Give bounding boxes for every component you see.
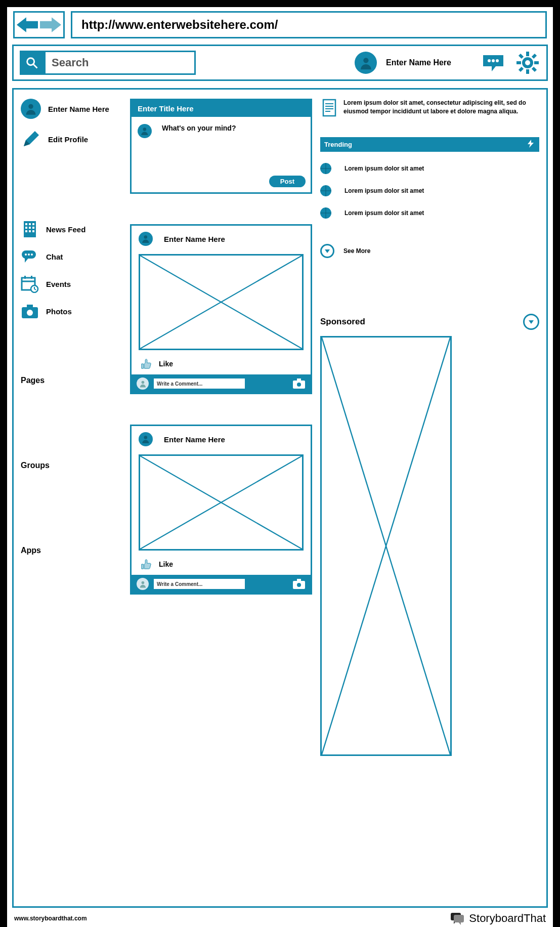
svg-point-5 — [488, 59, 491, 62]
header-user-name: Enter Name Here — [386, 58, 451, 67]
avatar-icon — [137, 377, 149, 390]
sidebar-item-photos[interactable]: Photos — [21, 302, 122, 320]
footer-brand-1: Storyboard — [469, 912, 524, 924]
edit-profile-link[interactable]: Edit Profile — [21, 129, 122, 149]
sidebar-item-label: Events — [46, 280, 71, 288]
footer-url: www.storyboardthat.com — [14, 915, 87, 922]
sidebar-item-label: Chat — [46, 252, 63, 261]
header-bar: Search Enter Name Here — [12, 45, 548, 81]
sidebar-item-newsfeed[interactable]: News Feed — [21, 220, 122, 238]
trending-text: Lorem ipsum dolor sit amet — [344, 165, 424, 172]
svg-point-42 — [27, 310, 33, 316]
svg-rect-19 — [25, 223, 27, 225]
svg-marker-1 — [40, 17, 61, 32]
footer-logo: StoryboardThat — [450, 911, 546, 926]
svg-rect-70 — [454, 915, 464, 922]
avatar-icon — [139, 232, 153, 246]
avatar-icon[interactable] — [355, 52, 377, 74]
svg-marker-29 — [25, 258, 29, 263]
notice-text: Lorem ipsum dolor sit amet, consectetur … — [343, 99, 539, 117]
like-row[interactable]: Like — [132, 556, 311, 575]
sidebar-item-events[interactable]: Events — [21, 275, 122, 293]
browser-window: http://www.enterwebsitehere.com/ Search … — [4, 4, 556, 927]
building-icon — [21, 220, 39, 238]
comment-input[interactable]: Write a Comment... — [154, 378, 245, 389]
compose-title: Enter Title Here — [132, 100, 311, 117]
trending-item[interactable]: Lorem ipsum dolor sit amet — [320, 185, 539, 196]
svg-line-14 — [533, 68, 536, 71]
svg-rect-56 — [297, 579, 301, 581]
svg-point-31 — [28, 254, 30, 256]
thumbs-up-icon — [141, 358, 152, 369]
svg-point-50 — [297, 383, 301, 387]
globe-icon — [320, 207, 331, 219]
comment-bar: Write a Comment... — [132, 575, 311, 593]
svg-point-8 — [524, 59, 532, 67]
chat-bubble-icon — [21, 247, 39, 266]
sponsored-placeholder — [320, 336, 452, 756]
sidebar-profile[interactable]: Enter Name Here — [21, 99, 122, 119]
trending-item[interactable]: Lorem ipsum dolor sit amet — [320, 163, 539, 174]
notice-block: Lorem ipsum dolor sit amet, consectetur … — [320, 99, 539, 117]
sidebar-section-apps[interactable]: Apps — [21, 546, 122, 555]
feed-author[interactable]: Enter Name Here — [164, 435, 225, 444]
svg-rect-20 — [29, 223, 31, 225]
camera-icon[interactable] — [292, 578, 306, 589]
lightning-icon — [526, 139, 535, 150]
svg-line-3 — [34, 65, 37, 68]
comment-input[interactable]: Write a Comment... — [154, 579, 245, 589]
svg-rect-24 — [32, 227, 34, 229]
svg-point-7 — [496, 59, 499, 62]
camera-icon — [21, 302, 39, 320]
svg-point-44 — [144, 235, 148, 239]
svg-point-6 — [492, 59, 495, 62]
trending-text: Lorem ipsum dolor sit amet — [344, 209, 424, 217]
compose-prompt[interactable]: What's on your mind? — [162, 124, 236, 165]
svg-rect-27 — [32, 230, 34, 232]
svg-rect-25 — [25, 230, 27, 232]
sidebar-section-groups[interactable]: Groups — [21, 461, 122, 470]
svg-line-52 — [140, 456, 302, 549]
sidebar-item-label: Photos — [46, 307, 72, 316]
svg-point-57 — [297, 583, 301, 587]
sponsored-title: Sponsored — [320, 317, 365, 327]
svg-line-16 — [520, 68, 523, 71]
svg-point-51 — [144, 436, 148, 439]
like-label: Like — [159, 360, 173, 368]
feed-author[interactable]: Enter Name Here — [164, 235, 225, 243]
svg-rect-21 — [32, 223, 34, 225]
svg-marker-0 — [17, 17, 38, 32]
search-input[interactable]: Search — [44, 51, 196, 75]
feed-column: Enter Title Here What's on your mind? Po… — [130, 99, 312, 901]
chevron-down-icon — [320, 244, 334, 258]
sidebar-section-pages[interactable]: Pages — [21, 376, 122, 385]
search-icon[interactable] — [20, 51, 44, 75]
trending-item[interactable]: Lorem ipsum dolor sit amet — [320, 207, 539, 219]
svg-point-30 — [25, 254, 27, 256]
avatar-icon — [138, 124, 152, 138]
gear-icon[interactable] — [515, 50, 540, 75]
url-input[interactable]: http://www.enterwebsitehere.com/ — [71, 11, 547, 38]
svg-line-15 — [533, 55, 536, 58]
post-button[interactable]: Post — [269, 176, 306, 187]
svg-marker-65 — [529, 320, 534, 324]
svg-rect-22 — [25, 227, 27, 229]
svg-point-47 — [141, 381, 144, 384]
forward-button[interactable] — [40, 16, 61, 33]
like-label: Like — [159, 560, 173, 568]
chevron-down-icon[interactable] — [523, 314, 539, 330]
document-icon — [320, 99, 338, 117]
sidebar-item-chat[interactable]: Chat — [21, 247, 122, 266]
svg-rect-26 — [29, 230, 31, 232]
like-row[interactable]: Like — [132, 355, 311, 374]
image-placeholder — [139, 254, 304, 350]
comment-bar: Write a Comment... — [132, 374, 311, 393]
see-more-link[interactable]: See More — [320, 244, 539, 258]
svg-line-53 — [140, 456, 302, 549]
back-button[interactable] — [17, 16, 38, 33]
edit-profile-label: Edit Profile — [48, 135, 88, 144]
messages-icon[interactable] — [481, 50, 506, 75]
sponsored-header: Sponsored — [320, 314, 539, 330]
sidebar-item-label: News Feed — [46, 225, 85, 234]
camera-icon[interactable] — [292, 378, 306, 389]
